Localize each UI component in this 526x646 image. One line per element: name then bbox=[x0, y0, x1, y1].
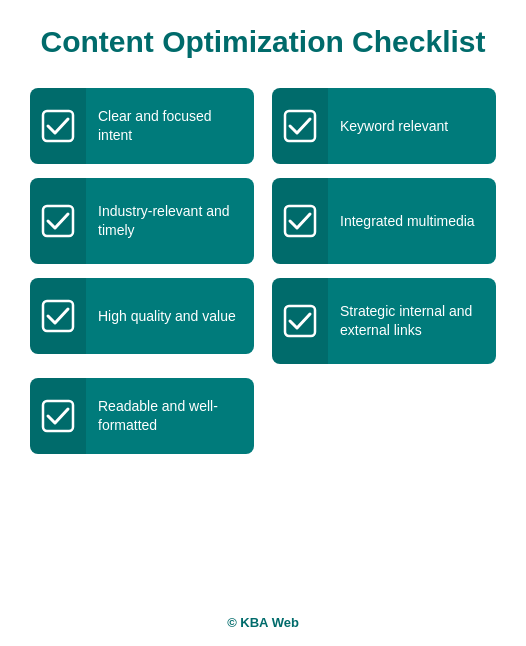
checkbox-icon bbox=[30, 178, 86, 264]
page-container: Content Optimization Checklist Clear and… bbox=[0, 0, 526, 646]
item-label: Strategic internal and external links bbox=[328, 278, 496, 364]
checkbox-icon bbox=[272, 278, 328, 364]
list-item: High quality and value bbox=[30, 278, 254, 354]
checklist-grid: Clear and focused intent Keyword relevan… bbox=[30, 88, 496, 454]
item-label: Industry-relevant and timely bbox=[86, 178, 254, 264]
list-item: Industry-relevant and timely bbox=[30, 178, 254, 264]
page-title: Content Optimization Checklist bbox=[40, 24, 485, 60]
checkbox-icon bbox=[272, 88, 328, 164]
item-label: High quality and value bbox=[86, 278, 254, 354]
list-item: Clear and focused intent bbox=[30, 88, 254, 164]
list-item: Integrated multimedia bbox=[272, 178, 496, 264]
item-label: Readable and well-formatted bbox=[86, 378, 254, 454]
list-item: Strategic internal and external links bbox=[272, 278, 496, 364]
list-item: Readable and well-formatted bbox=[30, 378, 254, 454]
item-label: Integrated multimedia bbox=[328, 178, 496, 264]
footer: © KBA Web bbox=[227, 605, 299, 630]
checkbox-icon bbox=[30, 88, 86, 164]
checkbox-icon bbox=[30, 378, 86, 454]
checkbox-icon bbox=[272, 178, 328, 264]
list-item: Keyword relevant bbox=[272, 88, 496, 164]
checkbox-icon bbox=[30, 278, 86, 354]
item-label: Keyword relevant bbox=[328, 88, 496, 164]
empty-cell bbox=[272, 378, 496, 454]
item-label: Clear and focused intent bbox=[86, 88, 254, 164]
brand-name: KBA Web bbox=[240, 615, 299, 630]
